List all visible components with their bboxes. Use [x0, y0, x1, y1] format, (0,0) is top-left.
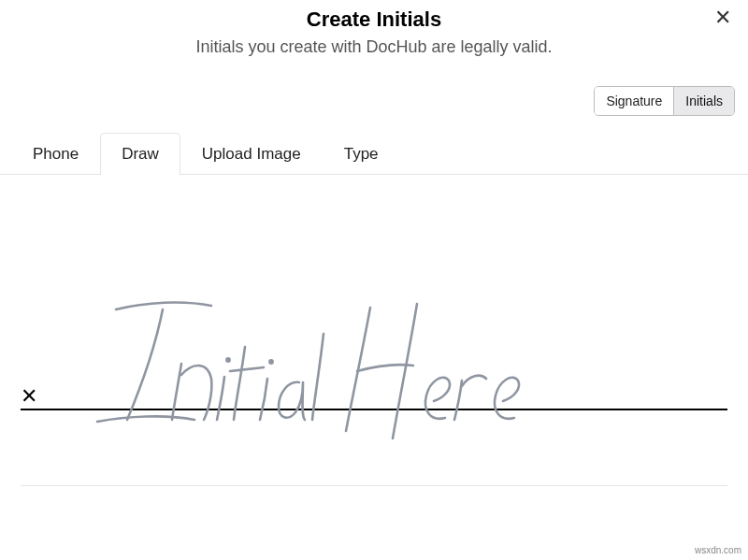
- mode-initials[interactable]: Initials: [673, 87, 734, 115]
- tab-type[interactable]: Type: [323, 133, 400, 175]
- svg-point-1: [269, 360, 272, 363]
- input-method-tabs: Phone Draw Upload Image Type: [0, 132, 748, 175]
- modal-subtitle: Initials you create with DocHub are lega…: [0, 37, 748, 57]
- divider: [21, 485, 727, 486]
- svg-point-0: [226, 358, 229, 361]
- tab-phone[interactable]: Phone: [11, 133, 100, 175]
- close-icon[interactable]: ✕: [714, 7, 731, 28]
- clear-icon[interactable]: ✕: [21, 386, 43, 409]
- draw-canvas[interactable]: ✕: [0, 287, 748, 410]
- mode-toggle: Signature Initials: [594, 86, 735, 116]
- modal-title: Create Initials: [0, 7, 748, 32]
- mode-signature[interactable]: Signature: [595, 87, 673, 115]
- canvas-placeholder: [43, 287, 727, 409]
- tab-upload-image[interactable]: Upload Image: [180, 133, 323, 175]
- tab-draw[interactable]: Draw: [100, 133, 180, 175]
- watermark: wsxdn.com: [692, 544, 744, 556]
